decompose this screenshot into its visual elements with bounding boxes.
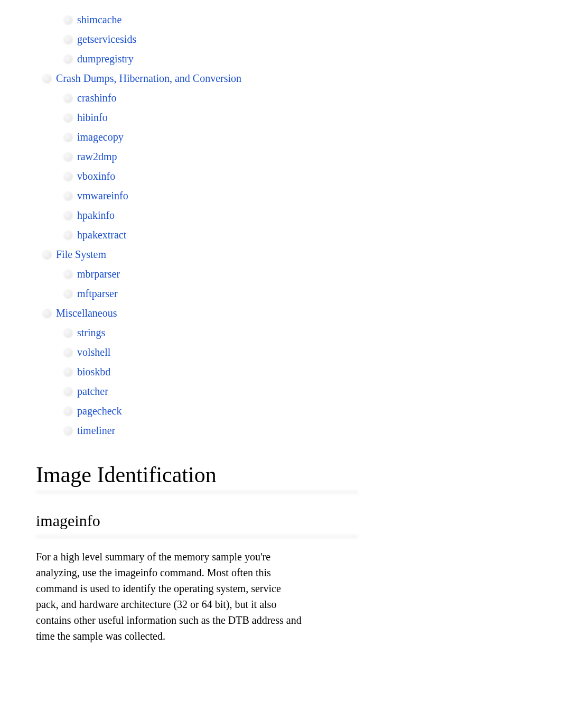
toc-link-mbrparser[interactable]: mbrparser — [77, 265, 120, 283]
toc-link-crash-dumps[interactable]: Crash Dumps, Hibernation, and Conversion — [56, 69, 241, 88]
toc-item: imagecopy — [36, 128, 363, 146]
toc-item: shimcache — [36, 11, 363, 29]
body-paragraph: For a high level summary of the memory s… — [36, 549, 305, 644]
bullet-icon — [63, 231, 73, 240]
toc-item: volshell — [36, 343, 363, 362]
toc-link-dumpregistry[interactable]: dumpregistry — [77, 50, 134, 68]
bullet-icon — [42, 74, 52, 84]
toc-item: mftparser — [36, 284, 363, 303]
toc-item: hpakextract — [36, 226, 363, 244]
bullet-icon — [63, 15, 73, 25]
bullet-icon — [63, 152, 73, 162]
toc-list: shimcache getservicesids dumpregistry Cr… — [36, 11, 363, 440]
toc-item: raw2dmp — [36, 148, 363, 166]
bullet-icon — [63, 387, 73, 397]
toc-link-pagecheck[interactable]: pagecheck — [77, 402, 121, 420]
toc-link-vmwareinfo[interactable]: vmwareinfo — [77, 187, 128, 205]
section-heading: Image Identification — [36, 462, 363, 487]
toc-item: hpakinfo — [36, 206, 363, 225]
toc-link-bioskbd[interactable]: bioskbd — [77, 363, 110, 381]
bullet-icon — [42, 250, 52, 260]
toc-item: crashinfo — [36, 89, 363, 107]
bullet-icon — [63, 289, 73, 299]
toc-section: Miscellaneous — [36, 304, 363, 322]
toc-link-patcher[interactable]: patcher — [77, 382, 108, 401]
bullet-icon — [63, 35, 73, 44]
bullet-icon — [63, 54, 73, 64]
bullet-icon — [63, 191, 73, 201]
toc-link-imagecopy[interactable]: imagecopy — [77, 128, 124, 146]
toc-link-strings[interactable]: strings — [77, 324, 105, 342]
toc-item: timeliner — [36, 421, 363, 440]
bullet-icon — [63, 328, 73, 338]
toc-link-hpakextract[interactable]: hpakextract — [77, 226, 126, 244]
toc-link-crashinfo[interactable]: crashinfo — [77, 89, 116, 107]
toc-item: vboxinfo — [36, 167, 363, 186]
bullet-icon — [63, 407, 73, 416]
subsection-heading: imageinfo — [36, 512, 363, 530]
bullet-icon — [63, 113, 73, 123]
toc-link-getservicesids[interactable]: getservicesids — [77, 30, 136, 49]
toc-link-timeliner[interactable]: timeliner — [77, 421, 115, 440]
toc-link-vboxinfo[interactable]: vboxinfo — [77, 167, 115, 186]
bullet-icon — [63, 348, 73, 357]
toc-section: File System — [36, 245, 363, 264]
toc-item: vmwareinfo — [36, 187, 363, 205]
toc-item: bioskbd — [36, 363, 363, 381]
divider — [36, 534, 358, 539]
toc-item: hibinfo — [36, 108, 363, 127]
toc-link-volshell[interactable]: volshell — [77, 343, 110, 362]
bullet-icon — [63, 94, 73, 103]
toc-item: dumpregistry — [36, 50, 363, 68]
toc-item: strings — [36, 324, 363, 342]
toc-item: pagecheck — [36, 402, 363, 420]
toc-item: getservicesids — [36, 30, 363, 49]
bullet-icon — [63, 367, 73, 377]
toc-item: mbrparser — [36, 265, 363, 283]
bullet-icon — [63, 270, 73, 279]
toc-section: Crash Dumps, Hibernation, and Conversion — [36, 69, 363, 88]
bullet-icon — [63, 211, 73, 220]
toc-link-raw2dmp[interactable]: raw2dmp — [77, 148, 117, 166]
toc-link-shimcache[interactable]: shimcache — [77, 11, 121, 29]
toc-item: patcher — [36, 382, 363, 401]
bullet-icon — [63, 133, 73, 142]
toc-link-hpakinfo[interactable]: hpakinfo — [77, 206, 115, 225]
bullet-icon — [42, 309, 52, 318]
toc-link-miscellaneous[interactable]: Miscellaneous — [56, 304, 117, 322]
bullet-icon — [63, 172, 73, 181]
toc-link-mftparser[interactable]: mftparser — [77, 284, 118, 303]
divider — [36, 490, 358, 495]
document-content: shimcache getservicesids dumpregistry Cr… — [0, 0, 399, 665]
bullet-icon — [63, 426, 73, 436]
toc-link-file-system[interactable]: File System — [56, 245, 106, 264]
toc-link-hibinfo[interactable]: hibinfo — [77, 108, 108, 127]
